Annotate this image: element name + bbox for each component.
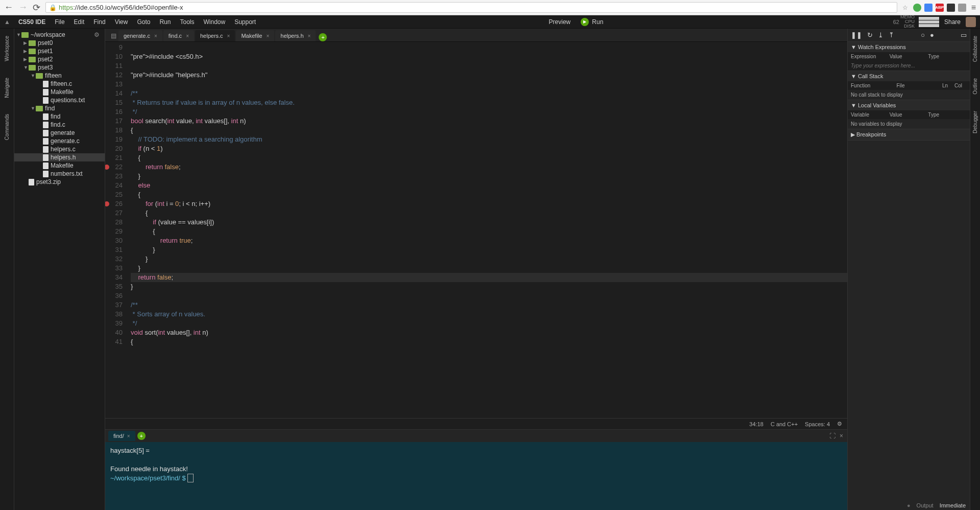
code-line[interactable]: // TODO: implement a searching algorithm xyxy=(131,135,847,144)
watch-header[interactable]: ▼ Watch Expressions xyxy=(848,42,970,52)
menu-goto[interactable]: Goto xyxy=(133,17,154,27)
step-out-icon[interactable]: ⤒ xyxy=(889,31,894,39)
menu-tools[interactable]: Tools xyxy=(176,17,198,27)
tree-item[interactable]: generate xyxy=(14,129,105,137)
code-line[interactable]: /** xyxy=(131,300,847,310)
line-number[interactable]: 10 xyxy=(105,52,123,61)
url-bar[interactable]: 🔒 https://ide.cs50.io/wcyi56/ide50#openf… xyxy=(45,2,897,13)
line-number[interactable]: 20 xyxy=(105,144,123,153)
code-line[interactable]: /** xyxy=(131,89,847,98)
line-number[interactable]: 40 xyxy=(105,328,123,337)
line-number[interactable]: 13 xyxy=(105,80,123,89)
tree-item[interactable]: questions.txt xyxy=(14,96,105,104)
breakpoint-marker[interactable] xyxy=(105,165,109,170)
menu-view[interactable]: View xyxy=(111,17,132,27)
rail-outline[interactable]: Outline xyxy=(972,75,978,98)
line-number[interactable]: 15 xyxy=(105,98,123,107)
code-line[interactable]: { xyxy=(131,153,847,163)
run-button[interactable]: ▶ Run xyxy=(576,17,608,27)
code-line[interactable]: * Sorts array of n values. xyxy=(131,310,847,319)
add-terminal-button[interactable]: + xyxy=(137,432,146,440)
gear-icon[interactable]: ⚙ xyxy=(94,31,100,38)
code-line[interactable]: return false; xyxy=(131,273,847,282)
line-number[interactable]: 37 xyxy=(105,300,123,310)
share-button[interactable]: Share xyxy=(940,17,965,27)
tree-item[interactable]: ▼fifteen xyxy=(14,72,105,80)
line-number[interactable]: 17 xyxy=(105,117,123,126)
code-line[interactable]: bool search(int value, int values[], int… xyxy=(131,117,847,126)
code-line[interactable]: "pre">#include "helpers.h" xyxy=(131,71,847,80)
close-icon[interactable]: × xyxy=(308,33,311,39)
code-line[interactable]: else xyxy=(131,181,847,190)
close-icon[interactable]: × xyxy=(266,33,269,39)
tree-item[interactable]: ▶pset1 xyxy=(14,47,105,55)
panel-icon[interactable]: ▭ xyxy=(961,31,967,39)
rail-commands[interactable]: Commands xyxy=(4,111,10,143)
watch-input[interactable] xyxy=(848,61,970,71)
code-line[interactable]: */ xyxy=(131,107,847,117)
code-line[interactable]: void sort(int values[], int n) xyxy=(131,328,847,337)
preview-button[interactable]: Preview xyxy=(545,17,575,27)
line-number[interactable]: 31 xyxy=(105,245,123,254)
avatar[interactable] xyxy=(966,17,976,27)
close-icon[interactable]: × xyxy=(154,33,157,39)
cloud9-icon[interactable]: ▲ xyxy=(4,18,10,26)
line-number[interactable]: 14 xyxy=(105,89,123,98)
code-line[interactable]: } xyxy=(131,254,847,264)
ext-icon[interactable] xyxy=(913,4,921,12)
line-number[interactable]: 32 xyxy=(105,254,123,264)
brand-menu[interactable]: CS50 IDE xyxy=(14,17,50,27)
close-icon[interactable]: × xyxy=(227,33,230,39)
rail-debugger[interactable]: Debugger xyxy=(972,108,978,136)
code-line[interactable]: return false; xyxy=(131,163,847,172)
menu-file[interactable]: File xyxy=(51,17,68,27)
tree-item[interactable]: find xyxy=(14,112,105,121)
star-icon[interactable]: ☆ xyxy=(902,4,908,11)
settings-gear-icon[interactable]: ⚙ xyxy=(837,421,842,427)
editor-tab[interactable]: Makefile× xyxy=(236,30,274,41)
tree-item[interactable]: helpers.h xyxy=(14,153,105,161)
code-line[interactable]: if (n < 1) xyxy=(131,144,847,153)
rail-navigate[interactable]: Navigate xyxy=(4,75,10,101)
tree-item[interactable]: find.c xyxy=(14,121,105,129)
editor-tab[interactable]: helpers.c× xyxy=(195,30,235,41)
breakpoint-marker[interactable] xyxy=(105,201,109,206)
code-line[interactable] xyxy=(131,80,847,89)
tree-item[interactable]: helpers.c xyxy=(14,145,105,153)
line-number[interactable]: 25 xyxy=(105,190,123,199)
step-into-icon[interactable]: ⤓ xyxy=(878,31,883,39)
code-line[interactable]: } xyxy=(131,264,847,273)
status-dot-icon[interactable]: ● xyxy=(907,502,911,508)
code-line[interactable]: "pre">#include <cs50.h> xyxy=(131,52,847,61)
terminal-tab[interactable]: find/ × xyxy=(108,431,135,441)
line-number[interactable]: 21 xyxy=(105,153,123,163)
ext-icon[interactable] xyxy=(924,4,933,12)
line-number[interactable]: 34 xyxy=(105,273,123,282)
menu-edit[interactable]: Edit xyxy=(70,17,89,27)
maximize-icon[interactable]: ⛶ xyxy=(829,432,835,439)
line-number[interactable]: 26 xyxy=(105,199,123,208)
close-icon[interactable]: × xyxy=(186,33,189,39)
tree-item[interactable]: fifteen.c xyxy=(14,80,105,88)
tree-item[interactable]: Makefile xyxy=(14,88,105,96)
tree-item[interactable]: Makefile xyxy=(14,161,105,170)
dot-icon[interactable]: ● xyxy=(930,31,934,39)
menu-run[interactable]: Run xyxy=(155,17,175,27)
tree-item[interactable]: generate.c xyxy=(14,137,105,145)
code-line[interactable]: { xyxy=(131,337,847,346)
line-number[interactable]: 18 xyxy=(105,126,123,135)
breakpoints-header[interactable]: ▶ Breakpoints xyxy=(848,129,970,140)
line-number[interactable]: 28 xyxy=(105,218,123,227)
code-line[interactable] xyxy=(131,291,847,300)
code-line[interactable]: if (value == values[i]) xyxy=(131,218,847,227)
abp-icon[interactable]: ABP xyxy=(936,4,944,12)
indent-mode[interactable]: Spaces: 4 xyxy=(805,421,830,427)
line-number[interactable]: 39 xyxy=(105,319,123,328)
immediate-tab[interactable]: Immediate xyxy=(940,502,966,508)
line-number[interactable]: 35 xyxy=(105,282,123,291)
line-number[interactable]: 36 xyxy=(105,291,123,300)
line-number[interactable]: 33 xyxy=(105,264,123,273)
rail-collaborate[interactable]: Collaborate xyxy=(972,33,978,65)
step-over-icon[interactable]: ↻ xyxy=(867,31,873,39)
menu-icon[interactable]: ≡ xyxy=(971,3,976,12)
